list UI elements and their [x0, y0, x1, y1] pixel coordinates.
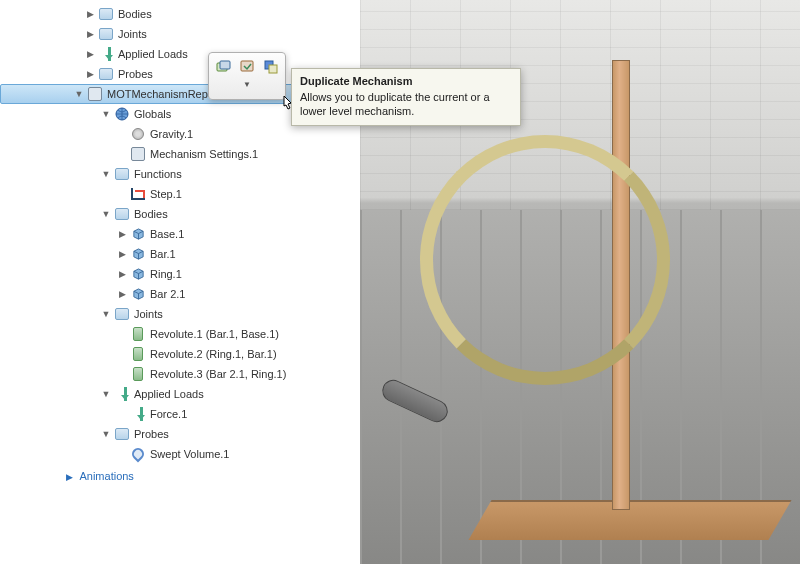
collapse-icon[interactable]: ▼	[100, 428, 112, 440]
expand-icon[interactable]: ▶	[66, 472, 73, 482]
tree-label: Swept Volume.1	[150, 448, 230, 460]
collapse-icon[interactable]: ▼	[100, 388, 112, 400]
tree-item-joints-top[interactable]: ▶ Joints	[0, 24, 360, 44]
svg-rect-2	[220, 61, 230, 69]
tree-item-ring[interactable]: ▶ Ring.1	[0, 264, 360, 284]
tree-label: Revolute.2 (Ring.1, Bar.1)	[150, 348, 277, 360]
tree-item-bar2[interactable]: ▶ Bar 2.1	[0, 284, 360, 304]
folder-icon	[114, 206, 130, 222]
expand-icon[interactable]: ▶	[84, 68, 96, 80]
tree-item-applied-loads[interactable]: ▼ Applied Loads	[0, 384, 360, 404]
tree-label: Step.1	[150, 188, 182, 200]
tree-label: Gravity.1	[150, 128, 193, 140]
tree-label: Revolute.3 (Bar 2.1, Ring.1)	[150, 368, 286, 380]
expand-icon[interactable]: ▶	[116, 268, 128, 280]
tree-label: Applied Loads	[118, 48, 188, 60]
collapse-icon[interactable]: ▼	[100, 208, 112, 220]
revolute-joint-icon	[130, 366, 146, 382]
folder-icon	[114, 426, 130, 442]
tree-item-applied-loads-top[interactable]: ▶ Applied Loads	[0, 44, 360, 64]
expand-icon[interactable]: ▶	[116, 248, 128, 260]
tree-item-animations[interactable]: ▶ Animations	[0, 464, 360, 482]
swept-volume-icon	[130, 446, 146, 462]
tree-label: Joints	[134, 308, 163, 320]
tree-item-base[interactable]: ▶ Base.1	[0, 224, 360, 244]
tree-label: Globals	[134, 108, 171, 120]
force-folder-icon	[98, 46, 114, 62]
expand-icon[interactable]: ▶	[116, 228, 128, 240]
tooltip: Duplicate Mechanism Allows you to duplic…	[291, 68, 521, 126]
tree-label: Mechanism Settings.1	[150, 148, 258, 160]
tree-label: Bar 2.1	[150, 288, 185, 300]
tree-item-swept-volume[interactable]: Swept Volume.1	[0, 444, 360, 464]
folder-icon	[98, 6, 114, 22]
folder-icon	[114, 306, 130, 322]
tree-label: Probes	[118, 68, 153, 80]
folder-icon	[98, 66, 114, 82]
body-icon	[130, 246, 146, 262]
chevron-down-icon[interactable]: ▼	[243, 80, 251, 89]
tree-item-mech-settings[interactable]: Mechanism Settings.1	[0, 144, 360, 164]
gravity-icon	[130, 126, 146, 142]
globe-icon	[114, 106, 130, 122]
force-folder-icon	[114, 386, 130, 402]
tree-item-gravity[interactable]: Gravity.1	[0, 124, 360, 144]
collapse-icon[interactable]: ▼	[100, 308, 112, 320]
force-icon	[130, 406, 146, 422]
tree-label: Probes	[134, 428, 169, 440]
body-icon	[130, 266, 146, 282]
folder-icon	[114, 166, 130, 182]
tree-item-probes[interactable]: ▼ Probes	[0, 424, 360, 444]
tree-item-joints[interactable]: ▼ Joints	[0, 304, 360, 324]
tree-label: Bodies	[134, 208, 168, 220]
tree-label: Bar.1	[150, 248, 176, 260]
folder-icon	[98, 26, 114, 42]
duplicate-mechanism-button[interactable]	[261, 57, 281, 77]
tree-label: Functions	[134, 168, 182, 180]
tree-item-functions[interactable]: ▼ Functions	[0, 164, 360, 184]
tree-item-revolute3[interactable]: Revolute.3 (Bar 2.1, Ring.1)	[0, 364, 360, 384]
expand-icon[interactable]: ▶	[84, 48, 96, 60]
tree-label: Ring.1	[150, 268, 182, 280]
toolbar-button-2[interactable]	[237, 57, 257, 77]
expand-icon[interactable]: ▶	[84, 28, 96, 40]
tree-label: Bodies	[118, 8, 152, 20]
tree-item-bodies[interactable]: ▼ Bodies	[0, 204, 360, 224]
model-ring[interactable]	[420, 135, 670, 385]
context-toolbar: ▼	[208, 52, 286, 100]
expand-icon[interactable]: ▶	[116, 288, 128, 300]
settings-icon	[130, 146, 146, 162]
tree-item-revolute2[interactable]: Revolute.2 (Ring.1, Bar.1)	[0, 344, 360, 364]
model-base[interactable]	[468, 500, 791, 540]
tree-label: Applied Loads	[134, 388, 204, 400]
tree-item-revolute1[interactable]: Revolute.1 (Bar.1, Base.1)	[0, 324, 360, 344]
tree-item-step[interactable]: Step.1	[0, 184, 360, 204]
revolute-joint-icon	[130, 326, 146, 342]
tree-item-bar[interactable]: ▶ Bar.1	[0, 244, 360, 264]
tooltip-body: Allows you to duplicate the current or a…	[300, 90, 512, 119]
tree-label: Animations	[79, 470, 133, 482]
mechanism-icon	[87, 86, 103, 102]
svg-rect-5	[269, 65, 277, 73]
revolute-joint-icon	[130, 346, 146, 362]
tree-label: Joints	[118, 28, 147, 40]
collapse-icon[interactable]: ▼	[73, 88, 85, 100]
tree-item-force[interactable]: Force.1	[0, 404, 360, 424]
body-icon	[130, 226, 146, 242]
collapse-icon[interactable]: ▼	[100, 108, 112, 120]
tree-label: Base.1	[150, 228, 184, 240]
collapse-icon[interactable]: ▼	[100, 168, 112, 180]
step-function-icon	[130, 186, 146, 202]
tree-label: Revolute.1 (Bar.1, Base.1)	[150, 328, 279, 340]
toolbar-button-1[interactable]	[213, 57, 233, 77]
tree-item-bodies-top[interactable]: ▶ Bodies	[0, 4, 360, 24]
body-icon	[130, 286, 146, 302]
tree-label: Force.1	[150, 408, 187, 420]
tooltip-title: Duplicate Mechanism	[300, 75, 512, 87]
expand-icon[interactable]: ▶	[84, 8, 96, 20]
